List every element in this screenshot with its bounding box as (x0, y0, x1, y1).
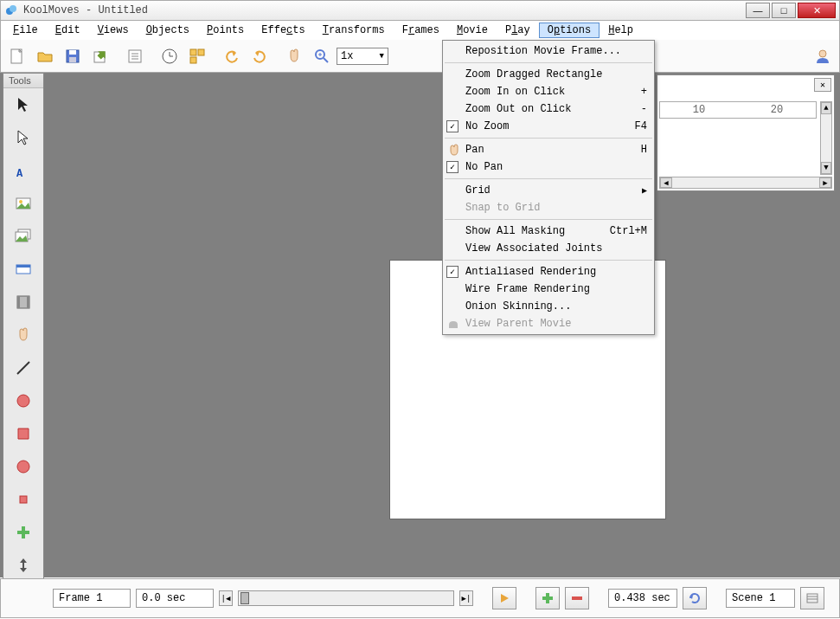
time-label: 0.0 sec (142, 592, 185, 604)
tool-rect[interactable] (3, 417, 43, 450)
menu-objects[interactable]: Objects (138, 23, 198, 38)
zoom-select[interactable]: 1x ▼ (337, 48, 388, 65)
menu-options[interactable]: Options (539, 23, 600, 38)
scroll-left-icon[interactable]: ◀ (660, 177, 672, 188)
menu-frames[interactable]: Frames (394, 23, 448, 38)
menu-item-grid[interactable]: Grid▶ (443, 182, 654, 199)
tool-circle[interactable] (3, 384, 43, 417)
svg-rect-28 (16, 265, 30, 268)
menu-play[interactable]: Play (497, 23, 539, 38)
minimize-button[interactable]: — (746, 3, 770, 18)
slider-next-button[interactable]: ▶| (459, 590, 473, 606)
tool-plus-green[interactable] (3, 516, 43, 549)
menu-edit[interactable]: Edit (47, 23, 89, 38)
menu-item-pan[interactable]: PanH (443, 141, 654, 158)
svg-point-33 (17, 395, 29, 407)
svg-line-32 (17, 362, 29, 374)
menu-item-label: Wire Frame Rendering (465, 283, 590, 295)
clock-button[interactable] (157, 43, 183, 69)
tool-hand[interactable] (3, 319, 43, 351)
menu-points[interactable]: Points (198, 23, 253, 38)
menu-item-no-zoom[interactable]: ✓No ZoomF4 (443, 118, 654, 135)
shortcut-label: H (624, 144, 647, 156)
redo-button[interactable] (247, 43, 273, 69)
open-button[interactable] (32, 43, 58, 69)
tool-image-stack[interactable] (3, 220, 43, 253)
chevron-down-icon: ▼ (380, 52, 384, 61)
maximize-button[interactable]: □ (772, 3, 796, 18)
slider-prev-button[interactable]: |◀ (219, 590, 233, 606)
menu-item-view-associated-joints[interactable]: View Associated Joints (443, 240, 654, 257)
slider-handle[interactable] (240, 592, 249, 604)
menu-effects[interactable]: Effects (253, 23, 313, 38)
menu-help[interactable]: Help (600, 23, 642, 38)
menu-item-label: Snap to Grid (465, 202, 540, 214)
menu-views[interactable]: Views (89, 23, 138, 38)
tool-slideshow[interactable] (3, 253, 43, 286)
tool-square-small[interactable] (3, 483, 43, 516)
tool-film[interactable] (3, 286, 43, 319)
add-frame-button[interactable] (535, 587, 560, 609)
menu-item-antialiased-rendering[interactable]: ✓Antialiased Rendering (443, 263, 654, 280)
play-button[interactable] (492, 587, 516, 609)
scene-list-button[interactable] (800, 587, 824, 609)
menu-transforms[interactable]: Transforms (314, 23, 394, 38)
shortcut-label: F4 (618, 120, 647, 132)
vertical-scrollbar[interactable]: ▲ ▼ (820, 101, 832, 175)
user-button[interactable] (810, 43, 836, 69)
svg-rect-37 (17, 531, 29, 534)
scroll-right-icon[interactable]: ▶ (819, 177, 831, 188)
tool-circle2[interactable] (3, 450, 43, 483)
menu-separator (445, 62, 652, 63)
menu-item-view-parent-movie: View Parent Movie (443, 315, 654, 332)
svg-rect-15 (198, 49, 204, 55)
tool-arrow-white[interactable] (3, 121, 43, 154)
shortcut-label: Ctrl+M (593, 225, 647, 237)
menu-file[interactable]: File (4, 23, 47, 38)
tool-text[interactable]: A (3, 154, 43, 187)
frame-field[interactable]: Frame 1 (53, 589, 131, 608)
menu-item-zoom-out-on-click[interactable]: Zoom Out on Click- (443, 100, 654, 118)
tool-image[interactable] (3, 187, 43, 220)
menu-item-label: Show All Masking (465, 225, 565, 237)
svg-point-1 (10, 5, 16, 12)
titlebar: KoolMoves - Untitled — □ ✕ (0, 0, 840, 21)
tool-arrow-updown[interactable] (3, 549, 43, 582)
menu-item-wire-frame-rendering[interactable]: Wire Frame Rendering (443, 280, 654, 298)
menu-item-onion-skinning[interactable]: Onion Skinning... (443, 298, 654, 315)
menu-item-zoom-in-on-click[interactable]: Zoom In on Click+ (443, 83, 654, 100)
remove-frame-button[interactable] (565, 587, 589, 609)
new-button[interactable] (4, 43, 30, 69)
main-area: Tools A ✕ 10 20 ▲ ▼ (0, 73, 840, 577)
app-icon (4, 3, 18, 17)
frame-label: Frame 1 (59, 592, 102, 604)
loop-button[interactable] (683, 587, 707, 609)
scene-label: Scene 1 (732, 592, 775, 604)
menu-item-reposition-movie-frame[interactable]: Reposition Movie Frame... (443, 42, 654, 60)
undo-button[interactable] (219, 43, 245, 69)
components-button[interactable] (184, 43, 210, 69)
export-button[interactable] (87, 43, 113, 69)
tool-arrow[interactable] (3, 88, 43, 121)
duration-field[interactable]: 0.438 sec (608, 589, 677, 608)
zoom-button[interactable] (309, 43, 335, 69)
svg-rect-39 (542, 596, 553, 600)
panel-close-button[interactable]: ✕ (814, 78, 831, 92)
tools-title: Tools (3, 74, 43, 88)
menu-separator (445, 260, 652, 261)
menu-item-zoom-dragged-rectangle[interactable]: Zoom Dragged Rectangle (443, 66, 654, 83)
menu-item-show-all-masking[interactable]: Show All MaskingCtrl+M (443, 222, 654, 240)
scene-field[interactable]: Scene 1 (726, 589, 795, 608)
toolbar: 1x ▼ (0, 40, 840, 73)
tool-line[interactable] (3, 351, 43, 384)
menu-movie[interactable]: Movie (448, 23, 497, 38)
hand-button[interactable] (281, 43, 307, 69)
scroll-up-icon[interactable]: ▲ (821, 102, 831, 114)
close-button[interactable]: ✕ (798, 3, 836, 18)
timeline-slider[interactable] (238, 590, 454, 606)
scroll-down-icon[interactable]: ▼ (821, 162, 831, 174)
properties-button[interactable] (122, 43, 148, 69)
menu-item-no-pan[interactable]: ✓No Pan (443, 158, 654, 176)
save-button[interactable] (60, 43, 86, 69)
horizontal-scrollbar[interactable]: ◀ ▶ (659, 177, 832, 189)
